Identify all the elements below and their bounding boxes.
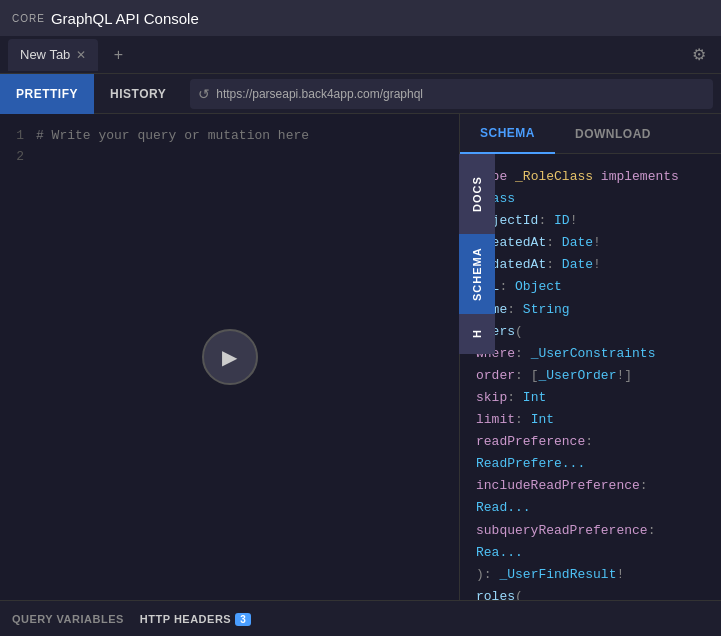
tab-close-icon[interactable]: ✕ <box>76 48 86 62</box>
schema-tab[interactable]: SCHEMA <box>460 114 555 154</box>
tab-label: New Tab <box>20 47 70 62</box>
schema-content: type _RoleClass implements Class objectI… <box>460 154 721 600</box>
schema-header: SCHEMA DOWNLOAD <box>460 114 721 154</box>
schema-line-11: limit: Int <box>476 409 705 431</box>
toolbar: PRETTIFY HISTORY ↺ https://parseapi.back… <box>0 74 721 114</box>
top-bar: CORE GraphQL API Console <box>0 0 721 36</box>
line-numbers: 1 2 <box>8 126 24 588</box>
bottom-bar: QUERY VARIABLES HTTP HEADERS3 <box>0 600 721 636</box>
schema-line-8: where: _UserConstraints <box>476 343 705 365</box>
schema-line-6: name: String <box>476 299 705 321</box>
schema-line-5: ACL: Object <box>476 276 705 298</box>
download-tab[interactable]: DOWNLOAD <box>555 114 671 154</box>
tab-bar: New Tab ✕ + ⚙ <box>0 36 721 74</box>
schema-line-9: order: [_UserOrder!] <box>476 365 705 387</box>
schema-line-15: ): _UserFindResult! <box>476 564 705 586</box>
schema-line-12: readPreference: ReadPrefere... <box>476 431 705 475</box>
docs-tab[interactable]: DOCS <box>459 154 495 234</box>
h-tab[interactable]: H <box>459 314 495 354</box>
tab-new[interactable]: New Tab ✕ <box>8 39 98 71</box>
schema-line-7: users( <box>476 321 705 343</box>
play-button[interactable]: ▶ <box>202 329 258 385</box>
side-tabs: DOCS SCHEMA H <box>459 154 495 354</box>
app-title: GraphQL API Console <box>51 10 199 27</box>
refresh-icon[interactable]: ↺ <box>198 86 210 102</box>
history-button[interactable]: HISTORY <box>94 74 182 114</box>
http-headers-tab[interactable]: HTTP HEADERS3 <box>140 613 251 625</box>
url-bar: ↺ https://parseapi.back4app.com/graphql <box>190 79 713 109</box>
tab-add-button[interactable]: + <box>106 43 130 67</box>
http-headers-badge: 3 <box>235 613 251 626</box>
schema-line-13: includeReadPreference: Read... <box>476 475 705 519</box>
schema-line-16: roles( <box>476 586 705 600</box>
editor-placeholder: # Write your query or mutation here <box>36 126 309 588</box>
schema-side-tab[interactable]: SCHEMA <box>459 234 495 314</box>
schema-line-2: objectId: ID! <box>476 210 705 232</box>
editor-pane: 1 2 # Write your query or mutation here … <box>0 114 460 600</box>
schema-line-1: type _RoleClass implements Class <box>476 166 705 210</box>
main-layout: 1 2 # Write your query or mutation here … <box>0 114 721 600</box>
schema-line-10: skip: Int <box>476 387 705 409</box>
schema-line-4: updatedAt: Date! <box>476 254 705 276</box>
play-icon: ▶ <box>222 345 237 369</box>
gear-icon[interactable]: ⚙ <box>685 41 713 69</box>
prettify-button[interactable]: PRETTIFY <box>0 74 94 114</box>
schema-pane: SCHEMA DOWNLOAD type _RoleClass implemen… <box>460 114 721 600</box>
core-label: CORE <box>12 13 45 24</box>
query-variables-tab[interactable]: QUERY VARIABLES <box>12 613 124 625</box>
schema-line-14: subqueryReadPreference: Rea... <box>476 520 705 564</box>
url-display: https://parseapi.back4app.com/graphql <box>216 87 705 101</box>
schema-line-3: createdAt: Date! <box>476 232 705 254</box>
